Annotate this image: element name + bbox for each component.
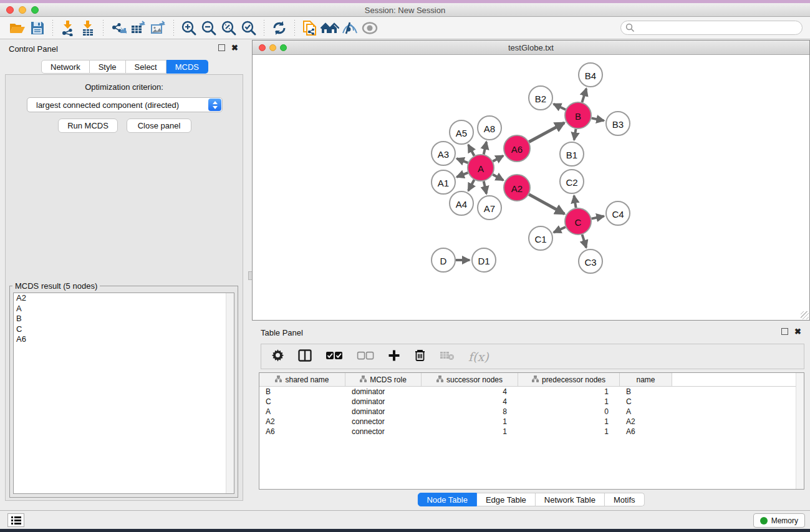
mcds-result-item[interactable]: A bbox=[14, 304, 234, 314]
edge-C-C4[interactable] bbox=[592, 216, 604, 219]
table-row[interactable]: Adominator80A bbox=[259, 407, 804, 417]
tab-style[interactable]: Style bbox=[90, 60, 126, 74]
graph-node-B[interactable]: B bbox=[565, 102, 591, 128]
edge-C-C1[interactable] bbox=[554, 227, 566, 233]
search-input[interactable] bbox=[620, 21, 803, 35]
column-header-name[interactable]: name bbox=[620, 373, 672, 386]
graph-node-D[interactable]: D bbox=[432, 248, 455, 272]
table-row[interactable]: A6connector11A6 bbox=[259, 427, 804, 437]
graph-node-A8[interactable]: A8 bbox=[478, 116, 501, 140]
optimization-criterion-select[interactable]: largest connected component (directed) bbox=[27, 97, 223, 112]
graph-node-C4[interactable]: C4 bbox=[606, 201, 630, 225]
table-row[interactable]: Cdominator41C bbox=[259, 397, 804, 407]
table-tab-edge-table[interactable]: Edge Table bbox=[477, 493, 536, 506]
close-panel-icon[interactable]: ✖ bbox=[231, 44, 238, 51]
unselect-all-columns-icon[interactable] bbox=[357, 351, 374, 362]
graph-node-B2[interactable]: B2 bbox=[529, 86, 552, 110]
edge-B-B2[interactable] bbox=[554, 104, 566, 110]
zoom-selected-icon[interactable] bbox=[239, 19, 259, 37]
first-neighbors-icon[interactable] bbox=[320, 19, 340, 37]
node-table[interactable]: shared nameMCDS rolesuccessor nodesprede… bbox=[259, 372, 804, 490]
graph-node-A4[interactable]: A4 bbox=[450, 191, 473, 215]
add-column-icon[interactable] bbox=[388, 349, 400, 364]
graph-node-A3[interactable]: A3 bbox=[432, 142, 455, 165]
edge-A2-C[interactable] bbox=[529, 195, 564, 214]
graph-node-C2[interactable]: C2 bbox=[560, 170, 584, 193]
graph-node-B4[interactable]: B4 bbox=[579, 63, 602, 87]
float-table-panel-icon[interactable] bbox=[781, 328, 788, 335]
show-graphics-details-icon[interactable] bbox=[340, 19, 360, 37]
edge-A-A5[interactable] bbox=[468, 145, 475, 155]
table-tab-node-table[interactable]: Node Table bbox=[417, 493, 477, 506]
tab-select[interactable]: Select bbox=[126, 60, 166, 74]
graph-node-C[interactable]: C bbox=[565, 208, 591, 235]
tab-mcds[interactable]: MCDS bbox=[166, 60, 208, 74]
graph-node-A2[interactable]: A2 bbox=[504, 175, 530, 201]
select-all-columns-icon[interactable] bbox=[325, 351, 343, 362]
edge-B-B1[interactable] bbox=[574, 129, 576, 140]
edge-C-C2[interactable] bbox=[574, 196, 576, 208]
column-header-shared-name[interactable]: shared name bbox=[259, 373, 345, 386]
import-network-icon[interactable] bbox=[58, 19, 78, 37]
graph-node-A7[interactable]: A7 bbox=[478, 196, 501, 220]
mcds-result-item[interactable]: A2 bbox=[14, 293, 234, 304]
table-tab-motifs[interactable]: Motifs bbox=[605, 493, 645, 506]
edge-B-B4[interactable] bbox=[582, 89, 586, 102]
graph-node-D1[interactable]: D1 bbox=[472, 248, 496, 272]
edge-B-B3[interactable] bbox=[592, 118, 604, 120]
export-image-icon[interactable] bbox=[148, 19, 168, 37]
graph-node-B3[interactable]: B3 bbox=[606, 112, 630, 135]
resize-grip-icon[interactable] bbox=[801, 311, 809, 319]
edge-A-A3[interactable] bbox=[456, 158, 468, 163]
delete-column-icon[interactable] bbox=[414, 349, 426, 364]
task-history-button[interactable] bbox=[7, 513, 24, 527]
result-scrollbar[interactable] bbox=[226, 293, 234, 493]
edge-A-A8[interactable] bbox=[484, 142, 486, 154]
duplicate-network-icon[interactable] bbox=[300, 19, 320, 37]
graph-node-A5[interactable]: A5 bbox=[450, 120, 473, 144]
save-session-icon[interactable] bbox=[27, 19, 47, 37]
import-table-icon[interactable] bbox=[78, 19, 98, 37]
table-row[interactable]: A2connector11A2 bbox=[259, 417, 804, 427]
close-panel-button[interactable]: Close panel bbox=[127, 118, 191, 133]
memory-button[interactable]: Memory bbox=[753, 513, 805, 528]
column-header-successor-nodes[interactable]: successor nodes bbox=[422, 373, 518, 386]
export-network-icon[interactable] bbox=[108, 19, 128, 37]
edge-A-A7[interactable] bbox=[484, 181, 486, 193]
edge-A-A2[interactable] bbox=[493, 175, 503, 180]
graph-node-C3[interactable]: C3 bbox=[579, 249, 602, 273]
mcds-result-list[interactable]: A2ABCA6 bbox=[13, 293, 234, 494]
graph-node-A1[interactable]: A1 bbox=[432, 170, 455, 194]
mcds-result-item[interactable]: A6 bbox=[14, 334, 234, 345]
table-tab-network-table[interactable]: Network Table bbox=[536, 493, 605, 506]
zoom-fit-icon[interactable] bbox=[219, 19, 239, 37]
edge-A6-B[interactable] bbox=[529, 123, 564, 142]
column-header-predecessor-nodes[interactable]: predecessor nodes bbox=[518, 373, 620, 386]
apply-layout-icon[interactable] bbox=[269, 19, 289, 37]
hide-details-icon[interactable] bbox=[360, 19, 380, 37]
export-table-icon[interactable] bbox=[128, 19, 148, 37]
close-table-panel-icon[interactable]: ✖ bbox=[794, 328, 801, 335]
tab-network[interactable]: Network bbox=[41, 60, 90, 74]
zoom-out-icon[interactable] bbox=[199, 19, 219, 37]
mcds-result-item[interactable]: C bbox=[14, 324, 234, 335]
edge-A-A4[interactable] bbox=[468, 180, 475, 190]
split-columns-icon[interactable] bbox=[298, 349, 312, 364]
network-canvas[interactable]: B4B2BB3A8A5A6A3B1AA1C2A2A4A7C4CC1C3DD1 bbox=[253, 55, 809, 320]
edge-C-C3[interactable] bbox=[582, 235, 587, 248]
mcds-result-item[interactable]: B bbox=[14, 314, 234, 324]
run-mcds-button[interactable]: Run MCDS bbox=[58, 118, 118, 133]
table-row[interactable]: Bdominator41B bbox=[259, 387, 804, 397]
edge-A-A1[interactable] bbox=[456, 173, 468, 177]
open-file-icon[interactable] bbox=[7, 19, 27, 37]
column-header-mcds-role[interactable]: MCDS role bbox=[345, 373, 422, 386]
graph-node-A6[interactable]: A6 bbox=[504, 135, 530, 162]
zoom-in-icon[interactable] bbox=[179, 19, 199, 37]
graph-node-A[interactable]: A bbox=[468, 155, 494, 181]
gear-icon[interactable] bbox=[271, 349, 284, 364]
table-scrollbar[interactable] bbox=[796, 373, 804, 489]
float-panel-icon[interactable] bbox=[218, 44, 225, 51]
graph-node-B1[interactable]: B1 bbox=[560, 142, 584, 166]
edge-A-A6[interactable] bbox=[493, 156, 503, 162]
graph-node-C1[interactable]: C1 bbox=[529, 226, 552, 250]
